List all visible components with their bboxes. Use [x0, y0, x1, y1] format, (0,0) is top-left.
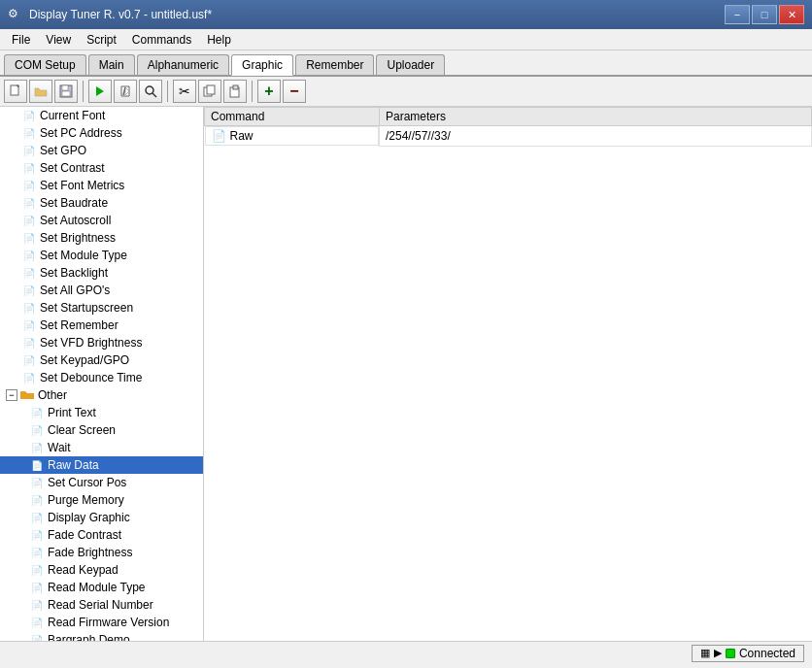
new-button[interactable] — [4, 80, 27, 103]
doc-icon: 📄 — [29, 580, 45, 595]
tree-item-fade-brightness[interactable]: 📄 Fade Brightness — [0, 544, 203, 561]
tab-remember[interactable]: Remember — [295, 54, 374, 75]
title-bar-left: ⚙ Display Tuner R. v0.7 - untitled.usf* — [8, 7, 212, 22]
doc-icon: 📄 — [21, 352, 37, 368]
tree-item-set-font-metrics[interactable]: 📄 Set Font Metrics — [0, 177, 203, 194]
doc-icon: 📄 — [21, 335, 37, 351]
tab-graphic[interactable]: Graphic — [231, 54, 293, 76]
doc-icon: 📄 — [29, 510, 45, 525]
tree-item-set-backlight[interactable]: 📄 Set Backlight — [0, 264, 203, 282]
tree-item-set-keypad-gpo[interactable]: 📄 Set Keypad/GPO — [0, 351, 203, 369]
svg-line-10 — [152, 93, 156, 97]
column-header-command: Command — [205, 108, 380, 126]
svg-rect-14 — [233, 85, 238, 89]
title-bar: ⚙ Display Tuner R. v0.7 - untitled.usf* … — [0, 0, 812, 29]
svg-marker-5 — [96, 86, 104, 96]
tree-item-set-contrast[interactable]: 📄 Set Contrast — [0, 159, 203, 177]
command-doc-icon: 📄 — [212, 129, 226, 143]
menu-commands[interactable]: Commands — [124, 31, 199, 49]
paste-button[interactable] — [223, 80, 247, 103]
open-button[interactable] — [29, 80, 52, 103]
tree-item-wait[interactable]: 📄 Wait — [0, 439, 203, 456]
tree-item-set-remember[interactable]: 📄 Set Remember — [0, 317, 203, 334]
tree-item-set-gpo[interactable]: 📄 Set GPO — [0, 142, 203, 159]
tree-item-read-module-type[interactable]: 📄 Read Module Type — [0, 579, 203, 596]
doc-icon: 📄 — [21, 178, 37, 193]
tree-panel: 📄 Current Font 📄 Set PC Address 📄 Set GP… — [0, 107, 204, 641]
tree-item-clear-screen[interactable]: 📄 Clear Screen — [0, 421, 203, 439]
svg-rect-4 — [62, 91, 70, 96]
tree-item-set-module-type[interactable]: 📄 Set Module Type — [0, 247, 203, 264]
doc-icon: 📄 — [21, 108, 37, 123]
expand-other-icon[interactable]: − — [6, 389, 17, 401]
command-cell: 📄 Raw — [205, 126, 380, 146]
tree-item-set-autoscroll[interactable]: 📄 Set Autoscroll — [0, 212, 203, 229]
minimize-button[interactable]: − — [725, 5, 750, 24]
remove-button[interactable]: − — [283, 80, 306, 103]
doc-icon: 📄 — [21, 143, 37, 158]
stop-button[interactable] — [114, 80, 137, 103]
tree-item-set-all-gpos[interactable]: 📄 Set All GPO's — [0, 282, 203, 299]
menu-view[interactable]: View — [38, 31, 79, 49]
tree-item-raw-data[interactable]: 📄 Raw Data — [0, 456, 203, 474]
tree-item-fade-contrast[interactable]: 📄 Fade Contrast — [0, 526, 203, 544]
doc-icon-selected: 📄 — [29, 457, 45, 473]
tree-item-set-startupscreen[interactable]: 📄 Set Startupscreen — [0, 299, 203, 317]
status-panel: ▦ ▶ Connected — [692, 645, 804, 662]
tab-uploader[interactable]: Uploader — [376, 54, 445, 75]
tree-section-other[interactable]: − Other — [0, 386, 203, 404]
tree-item-set-debounce-time[interactable]: 📄 Set Debounce Time — [0, 369, 203, 386]
save-button[interactable] — [54, 80, 78, 103]
tree-item-read-serial-number[interactable]: 📄 Read Serial Number — [0, 596, 203, 614]
doc-icon: 📄 — [29, 632, 45, 641]
status-text: Connected — [739, 647, 795, 660]
copy-button[interactable] — [198, 80, 221, 103]
app-icon: ⚙ — [8, 7, 23, 22]
main-content: 📄 Current Font 📄 Set PC Address 📄 Set GP… — [0, 107, 812, 641]
doc-icon: 📄 — [21, 213, 37, 228]
menu-file[interactable]: File — [4, 31, 38, 49]
tree-item-bargraph-demo[interactable]: 📄 Bargraph Demo — [0, 631, 203, 641]
svg-rect-3 — [62, 85, 68, 90]
doc-icon: 📄 — [29, 422, 45, 438]
tree-item-read-firmware-version[interactable]: 📄 Read Firmware Version — [0, 614, 203, 631]
close-button[interactable]: ✕ — [779, 5, 804, 24]
doc-icon: 📄 — [21, 317, 37, 333]
tab-main[interactable]: Main — [88, 54, 135, 75]
run-button[interactable] — [88, 80, 112, 103]
cut-button[interactable]: ✂ — [173, 80, 196, 103]
separator-2 — [167, 81, 168, 102]
doc-icon: 📄 — [21, 300, 37, 316]
tree-item-set-cursor-pos[interactable]: 📄 Set Cursor Pos — [0, 474, 203, 491]
tree-item-read-keypad[interactable]: 📄 Read Keypad — [0, 561, 203, 579]
tab-alphanumeric[interactable]: Alphanumeric — [137, 54, 229, 75]
tree-item-set-vfd-brightness[interactable]: 📄 Set VFD Brightness — [0, 334, 203, 351]
find-button[interactable] — [139, 80, 162, 103]
tree-item-set-baudrate[interactable]: 📄 Set Baudrate — [0, 194, 203, 212]
tree-item-display-graphic[interactable]: 📄 Display Graphic — [0, 509, 203, 526]
tree-item-set-pc-address[interactable]: 📄 Set PC Address — [0, 124, 203, 142]
command-name: Raw — [230, 129, 254, 143]
tab-com-setup[interactable]: COM Setup — [4, 54, 86, 75]
doc-icon: 📄 — [29, 545, 45, 560]
title-bar-title: Display Tuner R. v0.7 - untitled.usf* — [29, 8, 212, 21]
tree-item-set-brightness[interactable]: 📄 Set Brightness — [0, 229, 203, 247]
add-button[interactable]: + — [257, 80, 281, 103]
command-table: Command Parameters 📄 Raw /254//57//33/ — [204, 107, 812, 147]
svg-rect-12 — [207, 85, 215, 94]
toolbar: ✂ + − — [0, 77, 812, 107]
doc-icon: 📄 — [29, 597, 45, 613]
separator-1 — [83, 81, 84, 102]
doc-icon: 📄 — [21, 195, 37, 211]
maximize-button[interactable]: □ — [752, 5, 777, 24]
tree-item-print-text[interactable]: 📄 Print Text — [0, 404, 203, 421]
status-bar: ▦ ▶ Connected — [0, 641, 812, 664]
menu-script[interactable]: Script — [79, 31, 124, 49]
menu-help[interactable]: Help — [199, 31, 239, 49]
table-row[interactable]: 📄 Raw /254//57//33/ — [205, 126, 812, 147]
menu-bar: File View Script Commands Help — [0, 29, 812, 50]
tree-item-purge-memory[interactable]: 📄 Purge Memory — [0, 491, 203, 509]
column-header-parameters: Parameters — [380, 108, 812, 126]
folder-other-icon — [19, 387, 35, 403]
tree-item-current-font[interactable]: 📄 Current Font — [0, 107, 203, 124]
